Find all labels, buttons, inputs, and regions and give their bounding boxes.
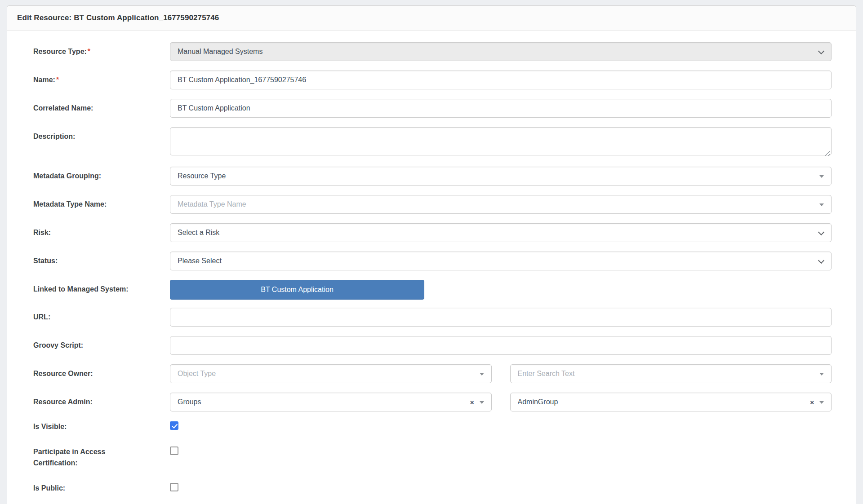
is-public-checkbox[interactable]	[170, 483, 178, 491]
row-risk: Risk: Select a Risk	[33, 223, 832, 242]
participate-access-certification-checkbox[interactable]	[170, 447, 178, 455]
required-asterisk: *	[56, 76, 59, 84]
row-description: Description:	[33, 127, 832, 157]
row-is-public: Is Public:	[33, 482, 832, 494]
metadata-grouping-value: Resource Type	[178, 172, 824, 180]
required-asterisk: *	[88, 48, 90, 55]
linked-managed-system-button[interactable]: BT Custom Application	[170, 280, 424, 300]
participate-access-certification-label: Participate in Access Certification:	[33, 446, 141, 469]
panel-header: Edit Resource: BT Custom Application_167…	[7, 6, 856, 31]
risk-value: Select a Risk	[178, 229, 824, 237]
row-correlated-name: Correlated Name:	[33, 99, 832, 118]
metadata-grouping-label: Metadata Grouping:	[33, 167, 141, 181]
resource-type-label: Resource Type:*	[33, 42, 141, 57]
metadata-grouping-select[interactable]: Resource Type	[170, 167, 832, 186]
resource-admin-label: Resource Admin:	[33, 393, 141, 407]
metadata-type-name-placeholder: Metadata Type Name	[178, 200, 824, 208]
row-participate-access-certification: Participate in Access Certification:	[33, 446, 832, 469]
resource-admin-value: AdminGroup	[518, 398, 824, 406]
status-label: Status:	[33, 252, 141, 266]
dropdown-arrow-icon	[819, 175, 824, 178]
row-resource-admin: Resource Admin: Groups × AdminGroup ×	[33, 393, 832, 411]
clear-selection-icon[interactable]: ×	[470, 398, 474, 407]
description-textarea[interactable]	[170, 127, 832, 155]
name-input[interactable]	[170, 71, 832, 89]
resource-owner-label: Resource Owner:	[33, 364, 141, 379]
resource-admin-object-type-select[interactable]: Groups ×	[170, 393, 492, 411]
edit-resource-form: Resource Type:* Manual Managed Systems N…	[7, 31, 856, 504]
row-resource-type: Resource Type:* Manual Managed Systems	[33, 42, 832, 61]
resource-admin-value-select[interactable]: AdminGroup ×	[510, 393, 832, 411]
row-name: Name:*	[33, 71, 832, 89]
correlated-name-label: Correlated Name:	[33, 99, 141, 114]
correlated-name-input[interactable]	[170, 99, 832, 118]
edit-resource-panel: Edit Resource: BT Custom Application_167…	[7, 5, 856, 504]
resource-owner-object-type-placeholder: Object Type	[178, 370, 484, 378]
resource-admin-object-type-value: Groups	[178, 398, 484, 406]
status-select[interactable]: Please Select	[170, 252, 832, 270]
description-label: Description:	[33, 127, 141, 142]
is-public-label: Is Public:	[33, 482, 141, 494]
row-groovy-script: Groovy Script:	[33, 336, 832, 355]
groovy-script-input[interactable]	[170, 336, 832, 355]
metadata-type-name-select[interactable]: Metadata Type Name	[170, 195, 832, 214]
linked-to-managed-system-label: Linked to Managed System:	[33, 280, 141, 295]
is-visible-checkbox[interactable]	[170, 421, 178, 430]
row-linked-to-managed-system: Linked to Managed System: BT Custom Appl…	[33, 280, 832, 300]
resource-owner-search-select[interactable]: Enter Search Text	[510, 364, 832, 383]
resource-type-select: Manual Managed Systems	[170, 42, 832, 61]
risk-label: Risk:	[33, 223, 141, 238]
is-visible-label: Is Visible:	[33, 421, 141, 432]
url-label: URL:	[33, 308, 141, 323]
dropdown-arrow-icon	[819, 373, 824, 376]
row-url: URL:	[33, 308, 832, 327]
row-metadata-type-name: Metadata Type Name: Metadata Type Name	[33, 195, 832, 214]
groovy-script-label: Groovy Script:	[33, 336, 141, 351]
row-is-visible: Is Visible:	[33, 421, 832, 432]
name-label: Name:*	[33, 71, 141, 85]
dropdown-arrow-icon	[480, 373, 484, 376]
resource-type-value: Manual Managed Systems	[178, 48, 824, 56]
resource-owner-object-type-select[interactable]: Object Type	[170, 364, 492, 383]
dropdown-arrow-icon	[819, 203, 824, 206]
row-status: Status: Please Select	[33, 252, 832, 270]
page-title: Edit Resource: BT Custom Application_167…	[17, 13, 219, 22]
url-input[interactable]	[170, 308, 832, 327]
row-metadata-grouping: Metadata Grouping: Resource Type	[33, 167, 832, 186]
metadata-type-name-label: Metadata Type Name:	[33, 195, 141, 210]
dropdown-arrow-icon	[819, 401, 824, 404]
risk-select[interactable]: Select a Risk	[170, 223, 832, 242]
resource-owner-search-placeholder: Enter Search Text	[518, 370, 824, 378]
row-resource-owner: Resource Owner: Object Type Enter Search…	[33, 364, 832, 383]
status-value: Please Select	[178, 257, 824, 265]
clear-selection-icon[interactable]: ×	[810, 398, 814, 407]
dropdown-arrow-icon	[480, 401, 484, 404]
